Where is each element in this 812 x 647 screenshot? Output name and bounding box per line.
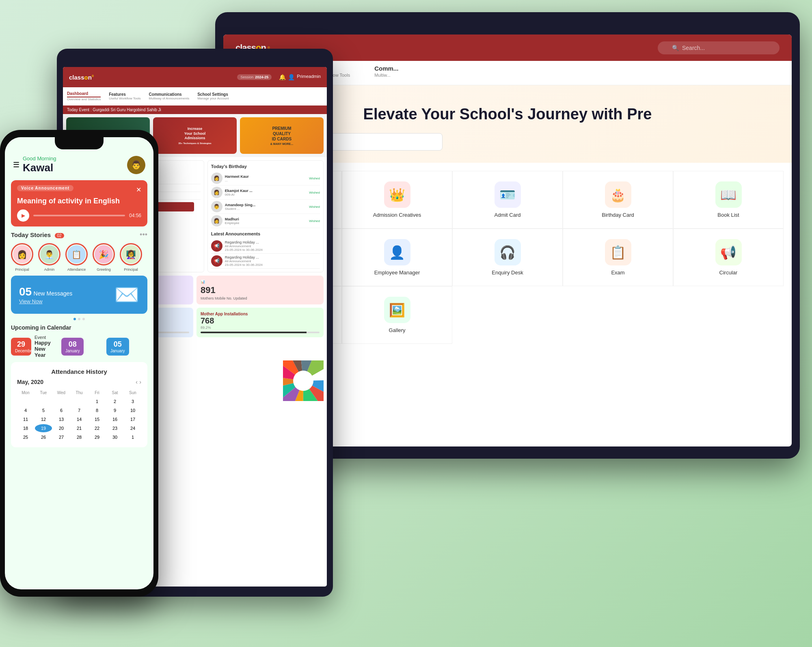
cal-cell-20[interactable]: 20 — [53, 424, 70, 432]
cal-cell-28[interactable]: 28 — [71, 433, 88, 441]
prev-month-arrow[interactable]: ‹ — [136, 379, 138, 385]
tab-nav-comms[interactable]: Communications Multiway of Announcements — [149, 92, 190, 100]
icon-card-birthday[interactable]: 🎂 Birthday Card — [563, 171, 673, 229]
story-item-3[interactable]: 🎉 Greeting — [93, 243, 115, 272]
phone-header-left: ☰ Good Morning Kawal — [13, 155, 56, 174]
user-icon[interactable]: 👤 — [288, 74, 295, 80]
cal-cell-13[interactable]: 13 — [53, 415, 70, 423]
cal-cell-14[interactable]: 14 — [71, 415, 88, 423]
next-month-arrow[interactable]: › — [139, 379, 141, 385]
cal-cell-30[interactable]: 30 — [106, 433, 123, 441]
phone-name-text: Kawal — [23, 162, 56, 174]
cal-day-headers: Mon Tue Wed Thu Fri Sat Sun — [17, 390, 141, 396]
cal-cell-4[interactable]: 4 — [17, 406, 34, 414]
cal-cell-12[interactable]: 12 — [35, 415, 52, 423]
story-item-1[interactable]: 👨‍💼 Admin — [38, 243, 60, 272]
voice-label-text: Voice Announcement — [17, 185, 73, 191]
cal-cell-26[interactable]: 26 — [35, 433, 52, 441]
stories-more-icon[interactable]: ••• — [140, 231, 147, 239]
stories-section: Today Stories 02 ••• 👩 Principal 👨‍💼 Adm… — [5, 231, 153, 276]
story-ring-1: 👨‍💼 — [38, 243, 60, 265]
cal-cell-6[interactable]: 6 — [53, 406, 70, 414]
hamburger-icon[interactable]: ☰ — [13, 160, 19, 169]
nav-item-comms[interactable]: Comm... Multiw... — [374, 65, 398, 81]
story-avatar-4: 👩‍🏫 — [122, 245, 140, 263]
birthday-avatar-2: 👩 — [211, 187, 222, 198]
birthday-name-4: Madhuri — [225, 217, 307, 221]
cal-cell-31[interactable]: 1 — [124, 433, 141, 441]
calendar-section-title: Upcoming in Calendar — [11, 324, 147, 331]
cal-cell-24[interactable]: 24 — [124, 424, 141, 432]
stories-header: Today Stories 02 ••• — [11, 231, 147, 239]
voice-player: ▶ 04:56 — [17, 209, 141, 222]
nav-comms-sub: Multiw... — [374, 73, 398, 78]
month-arrows: ‹ › — [136, 378, 141, 386]
cal-cell-3[interactable]: 3 — [124, 397, 141, 405]
announce-date-1: 23-05-2024 to 30-06-2024 — [225, 248, 263, 252]
story-label-4: Principal — [124, 267, 138, 272]
cal-cell-16[interactable]: 16 — [106, 415, 123, 423]
cal-cell-23[interactable]: 23 — [106, 424, 123, 432]
birthday-role-4: Employee — [225, 221, 307, 225]
story-item-2[interactable]: 📋 Attendance — [65, 243, 88, 272]
announce-item-1: 📢 Regarding Holiday ... All Announcement… — [211, 239, 320, 254]
messages-card[interactable]: 05 New Messages View Now ✉️ — [11, 276, 147, 314]
cal-cell-7[interactable]: 7 — [71, 406, 88, 414]
icon-card-enquiry[interactable]: 🎧 Enquiry Desk — [452, 229, 563, 286]
birthday-info-1: Harmeet Kaur ... — [225, 175, 307, 182]
icon-card-booklist[interactable]: 📖 Book List — [673, 171, 784, 229]
icon-card-admission-creatives[interactable]: 👑 Admission Creatives — [342, 171, 452, 229]
icon-card-circular[interactable]: 📢 Circular — [673, 229, 784, 286]
cal-month-0: December — [15, 349, 27, 353]
cal-cell-9[interactable]: 9 — [106, 406, 123, 414]
tab-nav-dashboard[interactable]: Dashboard Overview and Statistics — [67, 91, 101, 101]
today-event-text: Today Event : Gurgaddi Sri Guru Hargobin… — [67, 108, 161, 112]
phone-avatar[interactable]: 👨 — [127, 156, 145, 174]
play-button[interactable]: ▶ — [17, 209, 29, 222]
icon-card-gallery[interactable]: 🖼️ Gallery — [342, 286, 452, 344]
tablet-header: classon® Session 2024-25 🔔 👤 Primeadmin — [63, 67, 327, 87]
announce-role-2: All Announcement — [225, 259, 263, 263]
cal-cell-25[interactable]: 25 — [17, 433, 34, 441]
session-label: Session — [240, 75, 253, 79]
cal-cell-17[interactable]: 17 — [124, 415, 141, 423]
close-voice-icon[interactable]: ✕ — [136, 186, 141, 194]
gallery-label: Gallery — [389, 327, 405, 333]
cal-cell-19[interactable]: 19 — [35, 424, 52, 432]
cal-cell-1[interactable]: 1 — [89, 397, 106, 405]
cal-cell-21[interactable]: 21 — [71, 424, 88, 432]
stories-title-text: Today Stories — [11, 231, 51, 238]
icon-card-exam[interactable]: 📋 Exam — [563, 229, 673, 286]
dot-3 — [82, 318, 85, 320]
exam-icon: 📋 — [605, 239, 631, 265]
story-item-0[interactable]: 👩 Principal — [11, 243, 33, 272]
voice-duration: 04:56 — [129, 213, 141, 218]
cal-cell-15[interactable]: 15 — [89, 415, 106, 423]
tab-nav-dashboard-label: Dashboard — [67, 91, 101, 97]
desktop-search-bar[interactable]: 🔍 Search... — [658, 41, 780, 54]
messages-view-link[interactable]: View Now — [19, 298, 72, 304]
notification-icon[interactable]: 🔔 — [279, 74, 286, 80]
cal-cell-29[interactable]: 29 — [89, 433, 106, 441]
cal-cell-22[interactable]: 22 — [89, 424, 106, 432]
cal-cell-18[interactable]: 18 — [17, 424, 34, 432]
admission-creatives-icon: 👑 — [384, 181, 410, 208]
birthday-status-4: Wished — [309, 219, 320, 223]
icon-card-admit-card[interactable]: 🪪 Admit Card — [452, 171, 563, 229]
story-item-4[interactable]: 👩‍🏫 Principal — [120, 243, 142, 272]
cal-cell-2[interactable]: 2 — [106, 397, 123, 405]
icon-card-employee[interactable]: 👤 Employee Manager — [342, 229, 452, 286]
phone-greeting-content: Good Morning Kawal — [23, 155, 56, 174]
cal-cell-11[interactable]: 11 — [17, 415, 34, 423]
cal-body: . . . . 1 2 3 4 5 6 7 8 9 10 11 12 13 — [17, 397, 141, 441]
promo-yellow-content: PREMIUMQUALITYID CARDS & MANY MORE... — [270, 126, 293, 145]
mother-app-percent: 89.2% — [201, 326, 320, 330]
tab-nav-features[interactable]: Features Useful Workflow Tools — [109, 92, 140, 100]
tab-nav-settings[interactable]: School Settings Manage your Account — [197, 92, 229, 100]
cal-cell-8[interactable]: 8 — [89, 406, 106, 414]
cal-cell-10[interactable]: 10 — [124, 406, 141, 414]
announce-avatar-2: 📢 — [211, 255, 222, 267]
admin-label: Primeadmin — [297, 74, 321, 80]
cal-cell-5[interactable]: 5 — [35, 406, 52, 414]
cal-cell-27[interactable]: 27 — [53, 433, 70, 441]
